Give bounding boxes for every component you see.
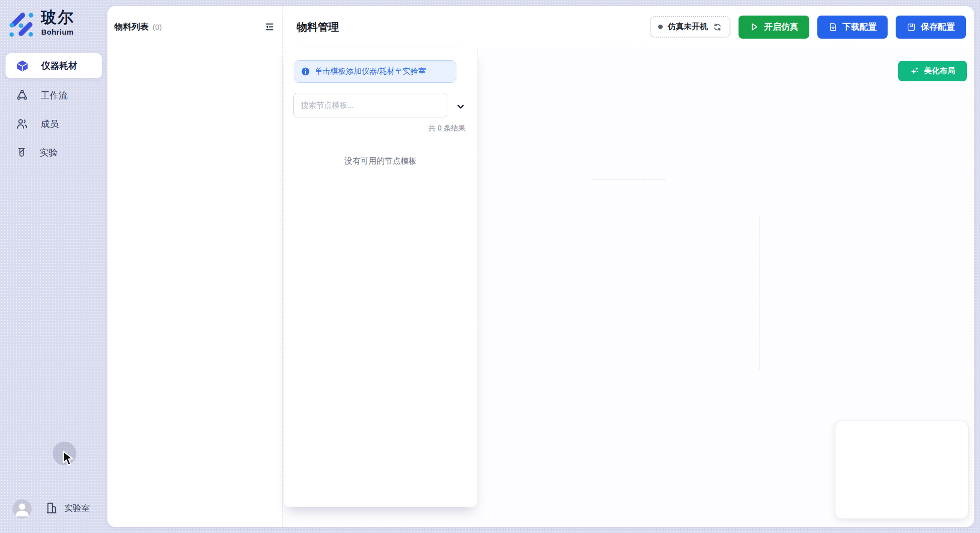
canvas-guide-line xyxy=(477,349,777,349)
avatar-person-icon xyxy=(13,499,32,518)
download-config-button[interactable]: 下载配置 xyxy=(817,16,888,39)
sidebar-item-label: 工作流 xyxy=(41,89,68,101)
collapse-panel-icon xyxy=(264,22,275,32)
sidebar-item-members[interactable]: 成员 xyxy=(6,113,102,135)
simulation-status-pill: 仿真未开机 xyxy=(650,16,730,38)
header-actions: 仿真未开机 开启仿真 下 xyxy=(650,16,966,39)
flow-canvas[interactable]: 单击模板添加仪器/耗材至实验室 共 0 条结果 没有可用的节点模板 美化布局 xyxy=(283,48,974,527)
save-config-label: 保存配置 xyxy=(921,21,955,33)
sparkles-icon xyxy=(910,66,920,76)
template-hint-banner: 单击模板添加仪器/耗材至实验室 xyxy=(294,60,456,83)
sidebar-item-label: 仪器耗材 xyxy=(41,60,77,72)
sidebar-item-instruments[interactable]: 仪器耗材 xyxy=(6,53,102,78)
refresh-icon[interactable] xyxy=(713,23,722,32)
brand-name-en: Bohrium xyxy=(41,28,74,36)
lab-switcher[interactable]: 实验室 xyxy=(45,501,90,514)
material-list-panel: 物料列表 (0) xyxy=(107,6,283,527)
members-icon xyxy=(16,118,28,130)
brand-logo[interactable]: 玻尔 Bohrium xyxy=(9,9,74,37)
canvas-guide-line xyxy=(593,179,665,180)
template-search-input[interactable] xyxy=(293,93,447,117)
mouse-cursor xyxy=(62,451,75,467)
template-empty-text: 没有可用的节点模板 xyxy=(284,156,477,167)
brand-text: 玻尔 Bohrium xyxy=(41,9,74,36)
template-hint-text: 单击模板添加仪器/耗材至实验室 xyxy=(315,66,426,77)
page-title: 物料管理 xyxy=(297,20,339,34)
sidebar-item-workflow[interactable]: 工作流 xyxy=(6,84,102,106)
save-config-button[interactable]: 保存配置 xyxy=(896,16,966,39)
status-dot-icon xyxy=(658,25,663,29)
material-list-title: 物料列表 (0) xyxy=(114,21,162,33)
beautify-layout-label: 美化布局 xyxy=(924,66,955,76)
sidebar-item-label: 实验 xyxy=(40,147,58,159)
simulation-status-text: 仿真未开机 xyxy=(668,22,708,32)
workflow-icon xyxy=(16,89,28,101)
start-simulation-button[interactable]: 开启仿真 xyxy=(739,16,809,39)
material-list-title-text: 物料列表 xyxy=(114,21,149,33)
canvas-minimap[interactable] xyxy=(835,421,968,519)
user-avatar[interactable] xyxy=(13,499,32,518)
page-header: 物料管理 仿真未开机 开启仿真 xyxy=(283,6,974,48)
save-icon xyxy=(907,23,916,32)
bohrium-logo-icon xyxy=(9,11,34,37)
chevron-down-icon xyxy=(456,102,465,111)
canvas-guide-line xyxy=(759,216,760,369)
test-tube-icon xyxy=(16,147,27,159)
beautify-layout-button[interactable]: 美化布局 xyxy=(898,61,967,81)
download-config-label: 下载配置 xyxy=(842,21,877,33)
building-icon xyxy=(45,501,58,514)
brand-name-zh: 玻尔 xyxy=(41,9,74,26)
material-list-count: (0) xyxy=(153,23,162,31)
sidebar-item-experiments[interactable]: 实验 xyxy=(6,142,102,164)
start-simulation-label: 开启仿真 xyxy=(764,21,798,33)
sidebar: 玻尔 Bohrium 仪器耗材 工作流 成员 xyxy=(0,0,107,533)
template-collapse-toggle[interactable] xyxy=(455,101,466,112)
info-icon xyxy=(301,67,310,76)
main-content-card: 物料列表 (0) 物料管理 仿真未开机 xyxy=(107,6,974,527)
material-list-header: 物料列表 (0) xyxy=(114,21,275,33)
collapse-panel-button[interactable] xyxy=(264,22,275,33)
template-results-count: 共 0 条结果 xyxy=(428,123,465,133)
file-download-icon xyxy=(828,22,837,32)
play-icon xyxy=(750,22,759,32)
cube-icon xyxy=(16,60,29,72)
lab-label: 实验室 xyxy=(64,502,90,514)
sidebar-item-label: 成员 xyxy=(41,118,59,130)
node-template-panel: 单击模板添加仪器/耗材至实验室 共 0 条结果 没有可用的节点模板 xyxy=(284,48,478,507)
